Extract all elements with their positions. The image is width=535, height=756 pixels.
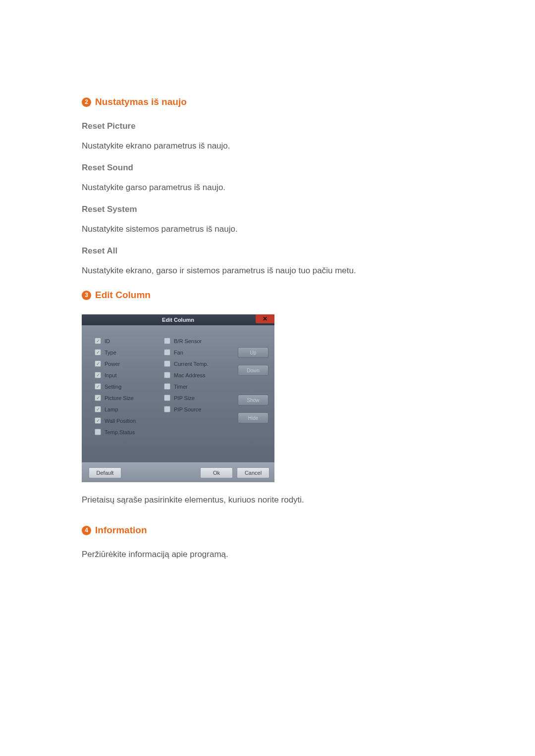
checkbox-row[interactable]: ✓Lamp: [95, 403, 158, 415]
checkbox-row[interactable]: ✓Power: [95, 358, 158, 369]
reset-picture-body: Nustatykite ekrano parametrus iš naujo.: [82, 141, 456, 151]
checkbox-icon[interactable]: ✓: [164, 395, 170, 401]
reset-sound-head: Reset Sound: [82, 163, 456, 173]
checkbox-row[interactable]: ✓Timer: [164, 381, 227, 392]
checkbox-label: Lamp: [105, 406, 118, 412]
edit-column-dialog: Edit Column ✕ ✓ID✓Type✓Power✓Input✓Setti…: [82, 314, 274, 482]
dialog-title: Edit Column: [162, 317, 194, 323]
badge-4-icon: 4: [82, 526, 91, 535]
checkbox-label: Temp.Status: [105, 429, 135, 435]
checkbox-icon[interactable]: ✓: [164, 383, 170, 390]
checkbox-icon[interactable]: ✓: [95, 395, 101, 401]
checkbox-label: Type: [105, 350, 116, 355]
checkbox-icon[interactable]: ✓: [95, 429, 101, 435]
checkbox-icon[interactable]: ✓: [164, 338, 170, 344]
checkbox-icon[interactable]: ✓: [95, 417, 101, 424]
down-button[interactable]: Down: [238, 365, 268, 376]
reset-all-body: Nustatykite ekrano, garso ir sistemos pa…: [82, 266, 456, 276]
reset-system-body: Nustatykite sistemos parametrus iš naujo…: [82, 224, 456, 234]
checkbox-row[interactable]: ✓Fan: [164, 347, 227, 358]
checkbox-icon[interactable]: ✓: [95, 349, 101, 355]
checkbox-icon[interactable]: ✓: [95, 360, 101, 367]
side-buttons: Up Down Show Hide: [238, 347, 268, 423]
checkbox-label: Wall Position: [105, 418, 136, 424]
checkbox-icon[interactable]: ✓: [164, 349, 170, 355]
checkbox-label: PIP Source: [174, 406, 201, 412]
badge-3-icon: 3: [82, 291, 91, 300]
checkbox-row[interactable]: ✓Input: [95, 369, 158, 381]
right-column: ✓B/R Sensor✓Fan✓Current Temp.✓Mac Addres…: [164, 335, 227, 438]
checkbox-icon[interactable]: ✓: [95, 338, 101, 344]
checkbox-row[interactable]: ✓Picture Size: [95, 392, 158, 403]
checkbox-label: PIP Size: [174, 395, 195, 401]
checkbox-label: B/R Sensor: [174, 338, 202, 344]
dialog-titlebar: Edit Column ✕: [82, 314, 274, 325]
close-icon[interactable]: ✕: [256, 314, 274, 323]
checkbox-row[interactable]: ✓Temp.Status: [95, 426, 158, 438]
up-button[interactable]: Up: [238, 347, 268, 358]
checkbox-label: Power: [105, 361, 120, 367]
checkbox-label: Fan: [174, 350, 183, 355]
left-column: ✓ID✓Type✓Power✓Input✓Setting✓Picture Siz…: [95, 335, 158, 438]
badge-2-icon: 2: [82, 98, 91, 107]
dialog-body: ✓ID✓Type✓Power✓Input✓Setting✓Picture Siz…: [82, 325, 274, 462]
reset-picture-head: Reset Picture: [82, 121, 456, 131]
dialog-footer: Default Ok Cancel: [82, 462, 274, 482]
checkbox-label: Input: [105, 372, 116, 378]
default-button[interactable]: Default: [89, 467, 121, 478]
hide-button[interactable]: Hide: [238, 412, 268, 423]
checkbox-row[interactable]: ✓PIP Source: [164, 403, 227, 415]
checkbox-icon[interactable]: ✓: [95, 406, 101, 412]
checkbox-row[interactable]: ✓B/R Sensor: [164, 335, 227, 347]
section-4-heading: 4 Information: [82, 525, 456, 536]
checkbox-label: Timer: [174, 384, 188, 390]
section-4-body: Peržiūrėkite informaciją apie programą.: [82, 550, 456, 559]
checkbox-icon[interactable]: ✓: [164, 406, 170, 412]
checkbox-label: Picture Size: [105, 395, 134, 401]
checkbox-row[interactable]: ✓Mac Address: [164, 369, 227, 381]
checkbox-icon[interactable]: ✓: [95, 383, 101, 390]
section-2-title: Nustatymas iš naujo: [95, 97, 187, 107]
checkbox-label: Current Temp.: [174, 361, 209, 367]
section-4-title: Information: [95, 525, 147, 536]
ok-button[interactable]: Ok: [200, 467, 233, 478]
checkbox-label: Setting: [105, 384, 121, 390]
checkbox-icon[interactable]: ✓: [164, 372, 170, 378]
checkbox-row[interactable]: ✓Current Temp.: [164, 358, 227, 369]
checkbox-row[interactable]: ✓ID: [95, 335, 158, 347]
checkbox-row[interactable]: ✓Type: [95, 347, 158, 358]
section-2-heading: 2 Nustatymas iš naujo: [82, 97, 456, 107]
checkbox-icon[interactable]: ✓: [164, 360, 170, 367]
reset-sound-body: Nustatykite garso parametrus iš naujo.: [82, 183, 456, 193]
show-button[interactable]: Show: [238, 395, 268, 405]
section-3-title: Edit Column: [95, 290, 151, 301]
checkbox-row[interactable]: ✓Setting: [95, 381, 158, 392]
cancel-button[interactable]: Cancel: [237, 467, 269, 478]
reset-system-head: Reset System: [82, 204, 456, 214]
checkbox-icon[interactable]: ✓: [95, 372, 101, 378]
section-3-caption: Prietaisų sąraše pasirinkite elementus, …: [82, 495, 456, 505]
checkbox-row[interactable]: ✓Wall Position: [95, 415, 158, 426]
reset-all-head: Reset All: [82, 246, 456, 256]
checkbox-label: ID: [105, 338, 110, 344]
section-3-heading: 3 Edit Column: [82, 290, 456, 301]
checkbox-row[interactable]: ✓PIP Size: [164, 392, 227, 403]
checkbox-label: Mac Address: [174, 372, 206, 378]
